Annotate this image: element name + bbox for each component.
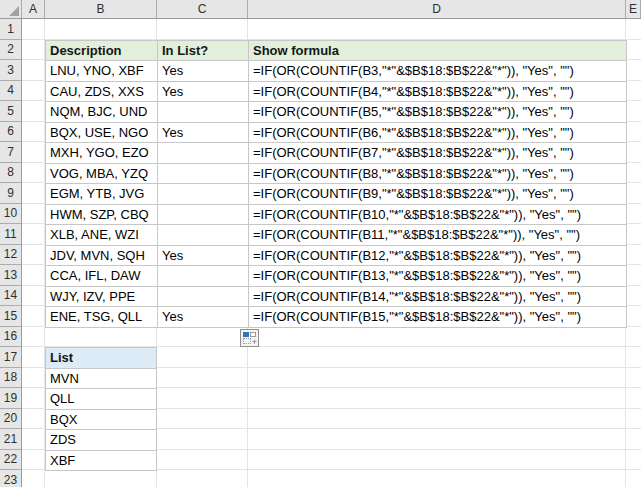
cell-C15[interactable]: Yes	[158, 307, 249, 328]
cell-C10[interactable]	[158, 204, 249, 225]
cell-B7[interactable]: MXH, YGO, EZO	[46, 143, 158, 164]
cell-B18[interactable]: MVN	[46, 368, 157, 389]
row-header-12[interactable]: 12	[0, 245, 21, 266]
cell-D5[interactable]: =IF(OR(COUNTIF(B5,"*"&$B$18:$B$22&"*")),…	[249, 102, 627, 123]
cell-D8[interactable]: =IF(OR(COUNTIF(B8,"*"&$B$18:$B$22&"*")),…	[249, 163, 627, 184]
column-header-A[interactable]: A	[22, 0, 45, 18]
cell-B14[interactable]: WJY, IZV, PPE	[46, 286, 158, 307]
cell-C2[interactable]: In List?	[158, 40, 249, 61]
select-all-triangle-icon	[9, 6, 19, 16]
cell-D15[interactable]: =IF(OR(COUNTIF(B15,"*"&$B$18:$B$22&"*"))…	[249, 307, 627, 328]
select-all-button[interactable]	[0, 0, 22, 18]
cell-D11[interactable]: =IF(OR(COUNTIF(B11,"*"&$B$18:$B$22&"*"))…	[249, 225, 627, 246]
row-header-5[interactable]: 5	[0, 101, 21, 122]
column-header-E[interactable]: E	[626, 0, 641, 18]
column-header-D[interactable]: D	[248, 0, 626, 18]
cell-C5[interactable]	[158, 102, 249, 123]
row-header-14[interactable]: 14	[0, 286, 21, 307]
cell-B20[interactable]: BQX	[46, 409, 157, 430]
cell-B3[interactable]: LNU, YNO, XBF	[46, 61, 158, 82]
sheet-grid[interactable]: DescriptionIn List?Show formulaLNU, YNO,…	[22, 19, 641, 487]
auto-fill-plus-icon: +	[252, 338, 257, 347]
row-header-7[interactable]: 7	[0, 142, 21, 163]
table-row: HWM, SZP, CBQ=IF(OR(COUNTIF(B10,"*"&$B$1…	[46, 204, 627, 225]
cell-B19[interactable]: QLL	[46, 389, 157, 410]
auto-fill-blue-cell-icon	[243, 332, 249, 337]
cell-C12[interactable]: Yes	[158, 245, 249, 266]
row-header-19[interactable]: 19	[0, 388, 21, 409]
row-header-9[interactable]: 9	[0, 183, 21, 204]
cell-B4[interactable]: CAU, ZDS, XXS	[46, 81, 158, 102]
cell-B6[interactable]: BQX, USE, NGO	[46, 122, 158, 143]
auto-fill-options-button[interactable]: +	[240, 329, 259, 347]
list-item-row: ZDS	[46, 430, 157, 451]
cell-B22[interactable]: XBF	[46, 450, 157, 471]
cell-B2[interactable]: Description	[46, 40, 158, 61]
row-header-15[interactable]: 15	[0, 306, 21, 327]
cell-D6[interactable]: =IF(OR(COUNTIF(B6,"*"&$B$18:$B$22&"*")),…	[249, 122, 627, 143]
cell-D2[interactable]: Show formula	[249, 40, 627, 61]
row-header-22[interactable]: 22	[0, 450, 21, 471]
row-header-3[interactable]: 3	[0, 60, 21, 81]
table-row: CCA, IFL, DAW=IF(OR(COUNTIF(B13,"*"&$B$1…	[46, 266, 627, 287]
row-header-16[interactable]: 16	[0, 327, 21, 348]
cell-D3[interactable]: =IF(OR(COUNTIF(B3,"*"&$B$18:$B$22&"*")),…	[249, 61, 627, 82]
cell-D4[interactable]: =IF(OR(COUNTIF(B4,"*"&$B$18:$B$22&"*")),…	[249, 81, 627, 102]
cell-D10[interactable]: =IF(OR(COUNTIF(B10,"*"&$B$18:$B$22&"*"))…	[249, 204, 627, 225]
list-header-row: List	[46, 348, 157, 369]
cell-B13[interactable]: CCA, IFL, DAW	[46, 266, 158, 287]
table-row: XLB, ANE, WZI=IF(OR(COUNTIF(B11,"*"&$B$1…	[46, 225, 627, 246]
row-header-4[interactable]: 4	[0, 81, 21, 102]
column-header-C[interactable]: C	[157, 0, 248, 18]
cell-B9[interactable]: EGM, YTB, JVG	[46, 184, 158, 205]
cell-C8[interactable]	[158, 163, 249, 184]
row-header-6[interactable]: 6	[0, 122, 21, 143]
cell-C7[interactable]	[158, 143, 249, 164]
cell-C4[interactable]: Yes	[158, 81, 249, 102]
cell-D7[interactable]: =IF(OR(COUNTIF(B7,"*"&$B$18:$B$22&"*")),…	[249, 143, 627, 164]
cell-D13[interactable]: =IF(OR(COUNTIF(B13,"*"&$B$18:$B$22&"*"))…	[249, 266, 627, 287]
table-row: EGM, YTB, JVG=IF(OR(COUNTIF(B9,"*"&$B$18…	[46, 184, 627, 205]
row-header-20[interactable]: 20	[0, 409, 21, 430]
row-header-23[interactable]: 23	[0, 470, 21, 487]
table-row: WJY, IZV, PPE=IF(OR(COUNTIF(B14,"*"&$B$1…	[46, 286, 627, 307]
table-row: ENE, TSG, QLLYes=IF(OR(COUNTIF(B15,"*"&$…	[46, 307, 627, 328]
row-header-8[interactable]: 8	[0, 163, 21, 184]
cell-B12[interactable]: JDV, MVN, SQH	[46, 245, 158, 266]
cell-B10[interactable]: HWM, SZP, CBQ	[46, 204, 158, 225]
formula-table: DescriptionIn List?Show formulaLNU, YNO,…	[45, 40, 627, 328]
row-header-2[interactable]: 2	[0, 40, 21, 61]
list-item-row: QLL	[46, 389, 157, 410]
list-item-row: MVN	[46, 368, 157, 389]
cell-C3[interactable]: Yes	[158, 61, 249, 82]
table-row: JDV, MVN, SQHYes=IF(OR(COUNTIF(B12,"*"&$…	[46, 245, 627, 266]
row-header-13[interactable]: 13	[0, 265, 21, 286]
table-row: VOG, MBA, YZQ=IF(OR(COUNTIF(B8,"*"&$B$18…	[46, 163, 627, 184]
row-header-17[interactable]: 17	[0, 347, 21, 368]
cell-C6[interactable]: Yes	[158, 122, 249, 143]
cell-B21[interactable]: ZDS	[46, 430, 157, 451]
cell-B11[interactable]: XLB, ANE, WZI	[46, 225, 158, 246]
row-header-10[interactable]: 10	[0, 204, 21, 225]
spreadsheet-window: ABCDE 1234567891011121314151617181920212…	[0, 0, 641, 487]
row-header-1[interactable]: 1	[0, 19, 21, 40]
cell-C14[interactable]	[158, 286, 249, 307]
cell-D12[interactable]: =IF(OR(COUNTIF(B12,"*"&$B$18:$B$22&"*"))…	[249, 245, 627, 266]
cell-C13[interactable]	[158, 266, 249, 287]
table-header-row: DescriptionIn List?Show formula	[46, 40, 627, 61]
cell-B17[interactable]: List	[46, 348, 157, 369]
row-header-18[interactable]: 18	[0, 368, 21, 389]
auto-fill-dotted-cell-icon	[243, 338, 251, 344]
cell-D14[interactable]: =IF(OR(COUNTIF(B14,"*"&$B$18:$B$22&"*"))…	[249, 286, 627, 307]
row-header-21[interactable]: 21	[0, 429, 21, 450]
row-header-11[interactable]: 11	[0, 224, 21, 245]
list-table: ListMVNQLLBQXZDSXBF	[45, 347, 157, 471]
table-row: BQX, USE, NGOYes=IF(OR(COUNTIF(B6,"*"&$B…	[46, 122, 627, 143]
cell-C11[interactable]	[158, 225, 249, 246]
cell-B15[interactable]: ENE, TSG, QLL	[46, 307, 158, 328]
cell-B8[interactable]: VOG, MBA, YZQ	[46, 163, 158, 184]
column-header-B[interactable]: B	[45, 0, 157, 18]
cell-C9[interactable]	[158, 184, 249, 205]
cell-B5[interactable]: NQM, BJC, UND	[46, 102, 158, 123]
cell-D9[interactable]: =IF(OR(COUNTIF(B9,"*"&$B$18:$B$22&"*")),…	[249, 184, 627, 205]
